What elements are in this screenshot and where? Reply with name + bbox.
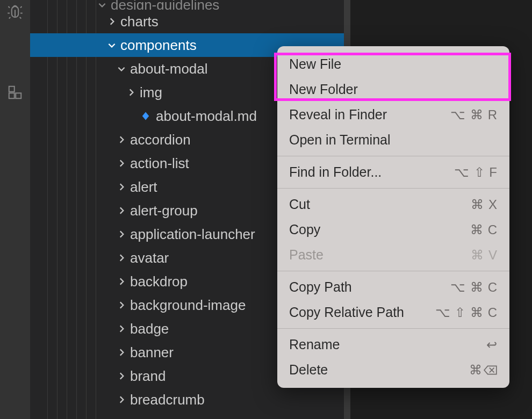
chevron-right-icon (116, 158, 127, 169)
menu-item-shortcut: ⌥ ⌘ C (450, 280, 498, 295)
tree-item[interactable]: breadcrumb (30, 388, 350, 411)
menu-item-shortcut: ⌥ ⇧ ⌘ C (435, 305, 498, 320)
tree-item-label: banner (130, 344, 174, 361)
menu-item[interactable]: Cut⌘ X (277, 192, 509, 217)
debug-icon[interactable] (6, 3, 24, 20)
menu-item-label: Paste (289, 247, 323, 263)
menu-item[interactable]: Delete⌘ (277, 357, 509, 382)
menu-item[interactable]: New File (277, 52, 509, 77)
menu-item-label: New File (289, 56, 341, 72)
chevron-down-icon (116, 63, 127, 74)
activity-bar (0, 0, 30, 419)
tree-item-label: charts (120, 13, 159, 30)
chevron-right-icon (116, 394, 127, 405)
tree-item-design-guidelines[interactable]: design-guidelines (30, 0, 350, 10)
chevron-down-icon (106, 40, 117, 50)
chevron-right-icon (116, 182, 127, 192)
menu-item-label: Copy Relative Path (289, 305, 404, 320)
chevron-right-icon (116, 276, 127, 287)
tree-item-label: alert (130, 179, 157, 196)
menu-item[interactable]: Rename↩ (277, 332, 509, 357)
menu-separator (277, 271, 509, 271)
chevron-right-icon (116, 205, 127, 216)
menu-item-label: Rename (289, 337, 340, 352)
svg-rect-1 (9, 86, 15, 92)
menu-item-shortcut: ↩ (486, 337, 498, 352)
menu-item[interactable]: Reveal in Finder⌥ ⌘ R (277, 102, 509, 127)
menu-item-label: New Folder (289, 82, 358, 97)
tree-item-label: avatar (130, 250, 169, 266)
tree-item-label: design-guidelines (111, 0, 219, 10)
menu-item-label: Open in Terminal (289, 132, 391, 148)
chevron-right-icon (116, 300, 127, 310)
extensions-icon[interactable] (6, 84, 24, 101)
menu-item: Paste⌘ V (277, 242, 509, 268)
tree-item-label: badge (130, 321, 169, 337)
menu-item-label: Cut (289, 197, 310, 212)
tree-item-label: accordion (130, 132, 191, 148)
tree-item-label: about-modal (130, 61, 208, 77)
menu-item[interactable]: Copy⌘ C (277, 217, 509, 242)
tree-item-label: application-launcher (130, 226, 255, 243)
tree-item-label: components (120, 37, 197, 54)
menu-item-label: Copy (289, 222, 320, 237)
menu-item-label: Copy Path (289, 279, 352, 295)
svg-rect-3 (16, 93, 21, 98)
chevron-right-icon (106, 16, 117, 27)
menu-item[interactable]: Open in Terminal (277, 127, 509, 153)
tree-item-label: action-list (130, 155, 189, 172)
menu-item[interactable]: New Folder (277, 77, 509, 102)
menu-item-shortcut: ⌥ ⌘ R (450, 107, 498, 122)
tree-item-label: brand (130, 368, 166, 385)
menu-item[interactable]: Find in Folder...⌥ ⇧ F (277, 160, 509, 185)
menu-separator (277, 328, 509, 329)
menu-item[interactable]: Copy Path⌥ ⌘ C (277, 274, 509, 300)
chevron-right-icon (116, 229, 127, 240)
menu-item-shortcut: ⌘ V (471, 248, 498, 263)
menu-item-label: Delete (289, 362, 328, 378)
chevron-down-icon (97, 0, 107, 10)
tree-item-label: img (140, 84, 162, 101)
chevron-right-icon (116, 347, 127, 358)
menu-item-shortcut: ⌘ (469, 363, 498, 378)
tree-item-label: backdrop (130, 273, 188, 290)
menu-separator (277, 188, 509, 189)
svg-rect-2 (9, 93, 15, 98)
menu-item-shortcut: ⌘ C (470, 222, 498, 237)
menu-item-shortcut: ⌥ ⇧ F (454, 165, 498, 180)
markdown-file-icon (140, 110, 152, 122)
chevron-right-icon (116, 371, 127, 381)
spacer (126, 111, 136, 121)
tree-item-label: background-image (130, 297, 246, 314)
tree-item-label: about-modal.md (156, 108, 257, 125)
tree-item-label: breadcrumb (130, 392, 205, 408)
menu-item-label: Reveal in Finder (289, 107, 387, 122)
menu-item-label: Find in Folder... (289, 164, 382, 180)
chevron-right-icon (116, 134, 127, 145)
chevron-right-icon (116, 252, 127, 263)
tree-item[interactable]: charts (30, 10, 350, 33)
menu-item[interactable]: Copy Relative Path⌥ ⇧ ⌘ C (277, 300, 509, 325)
context-menu: New FileNew FolderReveal in Finder⌥ ⌘ RO… (277, 46, 509, 388)
menu-separator (277, 156, 509, 156)
menu-item-shortcut: ⌘ X (471, 197, 498, 212)
chevron-right-icon (126, 87, 136, 98)
chevron-right-icon (116, 323, 127, 334)
tree-item-label: alert-group (130, 203, 198, 219)
